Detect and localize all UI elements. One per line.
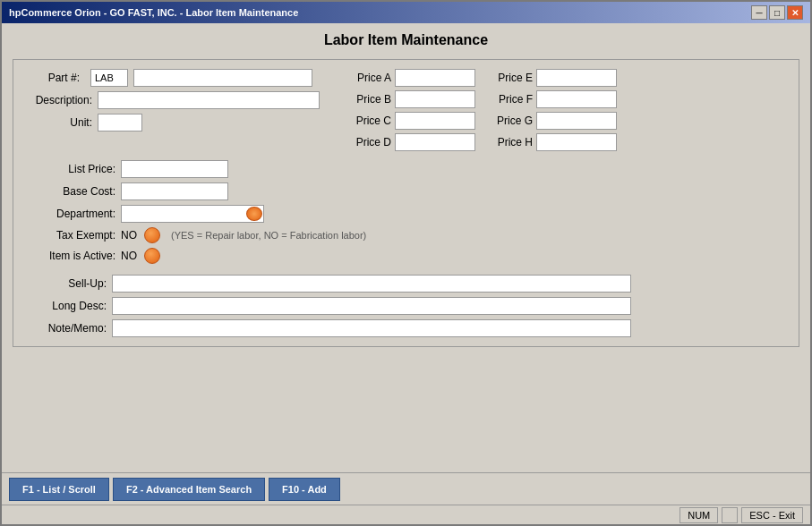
list-price-label: List Price: — [35, 163, 115, 175]
item-active-toggle[interactable] — [144, 248, 160, 264]
close-button[interactable]: ✕ — [787, 5, 803, 20]
minimize-button[interactable]: ─ — [751, 5, 767, 20]
left-fields: Part #: Description: Unit: — [26, 69, 330, 132]
advanced-search-button[interactable]: F2 - Advanced Item Search — [113, 478, 265, 501]
price-d-input[interactable] — [395, 133, 475, 151]
price-f-input[interactable] — [536, 90, 617, 108]
num-indicator: NUM — [680, 507, 718, 523]
list-scroll-button[interactable]: F1 - List / Scroll — [9, 478, 109, 501]
tax-exempt-hint: (YES = Repair labor, NO = Fabrication la… — [171, 230, 366, 241]
main-form-box: Part #: Description: Unit: — [13, 59, 799, 347]
sell-up-row: Sell-Up: — [35, 275, 786, 293]
base-cost-label: Base Cost: — [35, 185, 115, 198]
tax-exempt-toggle[interactable] — [144, 227, 160, 243]
price-h-input[interactable] — [536, 133, 617, 151]
unit-input[interactable] — [98, 114, 142, 132]
department-input-wrap — [121, 205, 264, 223]
top-section: Part #: Description: Unit: — [26, 69, 786, 151]
price-b-label: Price B — [348, 93, 391, 106]
price-c-input[interactable] — [395, 112, 475, 130]
department-dropdown-button[interactable] — [246, 207, 262, 221]
tax-exempt-label: Tax Exempt: — [35, 229, 115, 242]
description-input[interactable] — [98, 91, 320, 109]
main-window: hpCommerce Orion - GO FAST, INC. - Labor… — [0, 0, 812, 526]
title-bar: hpCommerce Orion - GO FAST, INC. - Labor… — [2, 2, 810, 23]
price-col-left: Price A Price B Price C Price D — [348, 69, 475, 151]
item-active-label: Item is Active: — [35, 250, 115, 262]
description-row: Description: — [26, 91, 330, 109]
page-title: Labor Item Maintenance — [13, 32, 799, 48]
note-memo-row: Note/Memo: — [35, 319, 786, 337]
department-label: Department: — [35, 208, 115, 220]
price-e-input[interactable] — [536, 69, 617, 87]
item-active-no-text: NO — [121, 250, 137, 262]
price-a-label: Price A — [348, 72, 391, 84]
department-input[interactable] — [121, 205, 264, 223]
long-desc-label: Long Desc: — [35, 300, 107, 312]
price-columns: Price A Price B Price C Price D — [330, 69, 786, 151]
price-c-row: Price C — [348, 112, 475, 130]
note-memo-input[interactable] — [112, 319, 631, 337]
price-g-input[interactable] — [536, 112, 617, 130]
note-memo-label: Note/Memo: — [35, 322, 107, 335]
tax-exempt-no-text: NO — [121, 229, 137, 242]
title-bar-buttons: ─ □ ✕ — [751, 5, 803, 20]
maximize-button[interactable]: □ — [769, 5, 785, 20]
department-row: Department: — [35, 205, 786, 223]
base-cost-input[interactable] — [121, 182, 228, 200]
part-main-input[interactable] — [133, 69, 312, 87]
price-h-row: Price H — [490, 133, 617, 151]
text-fields-section: Sell-Up: Long Desc: Note/Memo: — [26, 275, 786, 337]
price-f-label: Price F — [490, 93, 533, 106]
part-prefix-input[interactable] — [90, 69, 128, 87]
sell-up-input[interactable] — [112, 275, 631, 293]
list-price-row: List Price: — [35, 160, 786, 178]
price-b-row: Price B — [348, 90, 475, 108]
price-e-label: Price E — [490, 72, 533, 84]
esc-indicator: ESC - Exit — [741, 507, 803, 523]
unit-row: Unit: — [26, 114, 330, 132]
add-button[interactable]: F10 - Add — [269, 478, 340, 501]
price-d-label: Price D — [348, 136, 391, 148]
part-label: Part #: — [26, 72, 80, 84]
price-a-row: Price A — [348, 69, 475, 87]
long-desc-row: Long Desc: — [35, 297, 786, 315]
bottom-bar: F1 - List / Scroll F2 - Advanced Item Se… — [2, 472, 810, 505]
sell-up-label: Sell-Up: — [35, 277, 107, 290]
price-a-input[interactable] — [395, 69, 475, 87]
lower-section: List Price: Base Cost: Department: — [26, 160, 786, 264]
window-title: hpCommerce Orion - GO FAST, INC. - Labor… — [9, 7, 298, 18]
price-c-label: Price C — [348, 115, 391, 127]
content-area: Labor Item Maintenance Part #: Descripti… — [2, 23, 810, 472]
base-cost-row: Base Cost: — [35, 182, 786, 200]
item-active-row: Item is Active: NO — [35, 248, 786, 264]
price-g-label: Price G — [490, 115, 533, 127]
unit-label: Unit: — [26, 116, 92, 129]
price-b-input[interactable] — [395, 90, 475, 108]
price-e-row: Price E — [490, 69, 617, 87]
empty-segment — [722, 507, 738, 523]
long-desc-input[interactable] — [112, 297, 631, 315]
price-col-right: Price E Price F Price G Price H — [490, 69, 617, 151]
price-d-row: Price D — [348, 133, 475, 151]
description-label: Description: — [26, 94, 92, 106]
part-row: Part #: — [26, 69, 330, 87]
list-price-input[interactable] — [121, 160, 228, 178]
price-g-row: Price G — [490, 112, 617, 130]
price-f-row: Price F — [490, 90, 617, 108]
tax-exempt-row: Tax Exempt: NO (YES = Repair labor, NO =… — [35, 227, 786, 243]
status-bar: NUM ESC - Exit — [2, 505, 810, 524]
price-h-label: Price H — [490, 136, 533, 148]
